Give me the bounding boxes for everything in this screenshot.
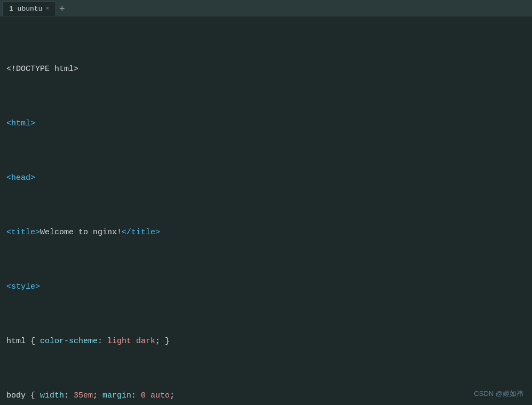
tab-label: 1 ubuntu	[9, 5, 42, 13]
tab-close-icon[interactable]: ×	[45, 5, 49, 12]
tab-bar: 1 ubuntu × +	[0, 0, 532, 17]
tab-ubuntu[interactable]: 1 ubuntu ×	[2, 1, 56, 16]
code-line-5: <style>	[6, 280, 526, 294]
code-line-1: <!DOCTYPE html>	[6, 62, 526, 76]
code-area: <!DOCTYPE html> <html> <head> <title>Wel…	[0, 17, 532, 405]
code-line-7: body { width: 35em; margin: 0 auto;	[6, 389, 526, 403]
tab-add-button[interactable]: +	[59, 4, 65, 13]
code-line-2: <html>	[6, 117, 526, 131]
code-line-4: <title>Welcome to nginx!</title>	[6, 226, 526, 240]
code-line-3: <head>	[6, 171, 526, 185]
code-line-6: html { color-scheme: light dark; }	[6, 335, 526, 348]
watermark: CSDN @姬如祎	[474, 389, 523, 399]
